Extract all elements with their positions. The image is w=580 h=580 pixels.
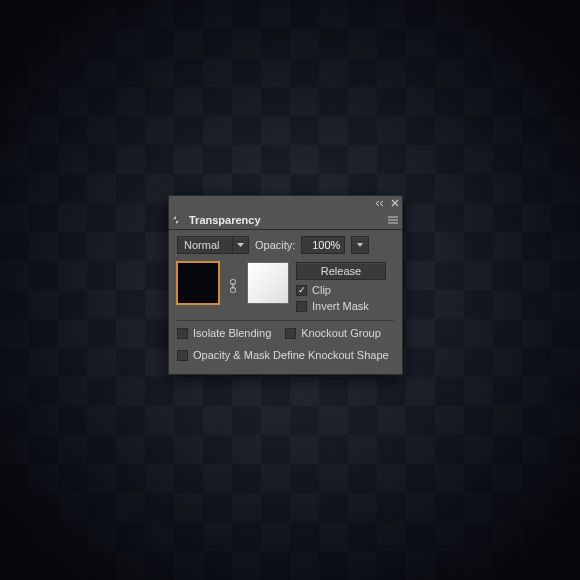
opacity-mask-define-checkbox[interactable]: Opacity & Mask Define Knockout Shape — [177, 349, 394, 361]
checkbox-icon — [285, 328, 296, 339]
opacity-slider-button[interactable] — [351, 236, 369, 254]
clip-checkbox[interactable]: ✓ Clip — [296, 284, 394, 296]
isolate-blending-checkbox[interactable]: Isolate Blending — [177, 327, 271, 339]
panel-tabrow: Transparency — [169, 210, 402, 230]
flyout-menu-icon[interactable] — [384, 214, 402, 226]
opacity-label: Opacity: — [255, 239, 295, 251]
invert-mask-checkbox[interactable]: Invert Mask — [296, 300, 394, 312]
mask-thumbnail[interactable] — [247, 262, 289, 304]
collapse-icon[interactable] — [374, 198, 384, 208]
knockout-group-label: Knockout Group — [301, 327, 381, 339]
opacity-mask-define-label: Opacity & Mask Define Knockout Shape — [193, 349, 389, 361]
isolate-blending-label: Isolate Blending — [193, 327, 271, 339]
blend-mode-value: Normal — [184, 239, 219, 251]
panel-content: Normal Opacity: Release ✓ Clip — [169, 230, 402, 374]
opacity-input[interactable] — [301, 236, 345, 254]
checkbox-icon — [296, 301, 307, 312]
cycle-icon[interactable] — [171, 215, 181, 225]
knockout-group-checkbox[interactable]: Knockout Group — [285, 327, 381, 339]
clip-label: Clip — [312, 284, 331, 296]
release-button[interactable]: Release — [296, 262, 386, 280]
tab-transparency[interactable]: Transparency — [181, 210, 269, 230]
invert-mask-label: Invert Mask — [312, 300, 369, 312]
checkbox-icon — [177, 328, 188, 339]
link-mask-icon[interactable] — [226, 279, 240, 295]
checkbox-icon: ✓ — [296, 285, 307, 296]
close-icon[interactable] — [390, 198, 400, 208]
panel-titlebar — [169, 196, 402, 210]
checkbox-icon — [177, 350, 188, 361]
chevron-down-icon — [232, 237, 248, 253]
blend-mode-dropdown[interactable]: Normal — [177, 236, 249, 254]
transparency-panel: Transparency Normal Opacity: — [168, 195, 403, 375]
artwork-thumbnail[interactable] — [177, 262, 219, 304]
